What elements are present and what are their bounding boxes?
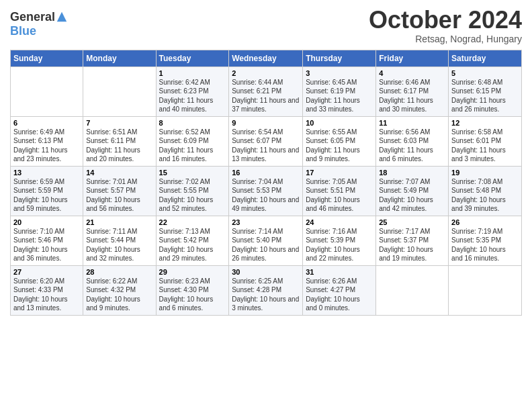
- calendar-cell: 2Sunrise: 6:44 AM Sunset: 6:21 PM Daylig…: [229, 66, 303, 116]
- calendar-cell: 16Sunrise: 7:04 AM Sunset: 5:53 PM Dayli…: [229, 166, 303, 216]
- day-number: 16: [232, 169, 300, 177]
- day-info: Sunrise: 6:25 AM Sunset: 4:28 PM Dayligh…: [232, 277, 300, 313]
- day-number: 13: [13, 169, 80, 177]
- day-number: 5: [451, 69, 519, 77]
- day-number: 14: [86, 169, 152, 177]
- day-number: 17: [306, 169, 373, 177]
- day-info: Sunrise: 6:56 AM Sunset: 6:03 PM Dayligh…: [379, 128, 445, 164]
- calendar-cell: 10Sunrise: 6:55 AM Sunset: 6:05 PM Dayli…: [303, 116, 376, 166]
- calendar-cell: 19Sunrise: 7:08 AM Sunset: 5:48 PM Dayli…: [449, 166, 522, 216]
- day-number: 20: [13, 218, 80, 226]
- calendar-cell: 30Sunrise: 6:25 AM Sunset: 4:28 PM Dayli…: [229, 265, 303, 315]
- day-info: Sunrise: 6:23 AM Sunset: 4:30 PM Dayligh…: [159, 277, 226, 313]
- day-info: Sunrise: 7:05 AM Sunset: 5:51 PM Dayligh…: [306, 177, 373, 214]
- day-number: 30: [232, 268, 300, 276]
- calendar-cell: 7Sunrise: 6:51 AM Sunset: 6:11 PM Daylig…: [83, 116, 156, 166]
- day-number: 22: [159, 218, 226, 226]
- calendar-cell: 13Sunrise: 6:59 AM Sunset: 5:59 PM Dayli…: [11, 166, 83, 216]
- calendar-cell: 5Sunrise: 6:48 AM Sunset: 6:15 PM Daylig…: [449, 66, 522, 116]
- calendar-cell: [376, 265, 449, 315]
- day-info: Sunrise: 6:59 AM Sunset: 5:59 PM Dayligh…: [13, 177, 80, 214]
- day-number: 27: [13, 268, 80, 276]
- location-subtitle: Retsag, Nograd, Hungary: [369, 34, 522, 44]
- calendar-cell: 24Sunrise: 7:16 AM Sunset: 5:39 PM Dayli…: [303, 216, 376, 265]
- day-info: Sunrise: 7:13 AM Sunset: 5:42 PM Dayligh…: [159, 227, 226, 263]
- day-number: 23: [232, 218, 300, 226]
- svg-marker-0: [57, 12, 66, 21]
- day-number: 9: [232, 119, 300, 127]
- day-number: 11: [379, 119, 445, 127]
- day-info: Sunrise: 6:20 AM Sunset: 4:33 PM Dayligh…: [13, 277, 80, 313]
- day-number: 8: [159, 119, 226, 127]
- week-row-2: 6Sunrise: 6:49 AM Sunset: 6:13 PM Daylig…: [11, 116, 522, 166]
- calendar-cell: 18Sunrise: 7:07 AM Sunset: 5:49 PM Dayli…: [376, 166, 449, 216]
- day-info: Sunrise: 6:46 AM Sunset: 6:17 PM Dayligh…: [379, 78, 445, 114]
- day-number: 25: [379, 218, 445, 226]
- day-info: Sunrise: 6:55 AM Sunset: 6:05 PM Dayligh…: [306, 128, 373, 164]
- calendar-cell: 14Sunrise: 7:01 AM Sunset: 5:57 PM Dayli…: [83, 166, 156, 216]
- calendar-cell: 11Sunrise: 6:56 AM Sunset: 6:03 PM Dayli…: [376, 116, 449, 166]
- day-info: Sunrise: 7:04 AM Sunset: 5:53 PM Dayligh…: [232, 177, 300, 214]
- page: General Blue October 2024 Retsag, Nograd…: [0, 0, 532, 411]
- day-info: Sunrise: 6:49 AM Sunset: 6:13 PM Dayligh…: [13, 128, 80, 164]
- col-tuesday: Tuesday: [156, 50, 229, 66]
- day-info: Sunrise: 6:22 AM Sunset: 4:32 PM Dayligh…: [86, 277, 152, 313]
- day-info: Sunrise: 6:51 AM Sunset: 6:11 PM Dayligh…: [86, 128, 152, 164]
- day-info: Sunrise: 6:45 AM Sunset: 6:19 PM Dayligh…: [306, 78, 373, 114]
- col-wednesday: Wednesday: [229, 50, 303, 66]
- day-number: 12: [451, 119, 519, 127]
- calendar-cell: 21Sunrise: 7:11 AM Sunset: 5:44 PM Dayli…: [83, 216, 156, 265]
- calendar-cell: [83, 66, 156, 116]
- calendar-cell: 6Sunrise: 6:49 AM Sunset: 6:13 PM Daylig…: [11, 116, 83, 166]
- calendar-cell: 12Sunrise: 6:58 AM Sunset: 6:01 PM Dayli…: [449, 116, 522, 166]
- calendar-cell: 26Sunrise: 7:19 AM Sunset: 5:35 PM Dayli…: [449, 216, 522, 265]
- day-number: 1: [159, 69, 226, 77]
- calendar-cell: [449, 265, 522, 315]
- col-saturday: Saturday: [449, 50, 522, 66]
- day-number: 26: [451, 218, 519, 226]
- logo-general: General: [10, 10, 55, 24]
- day-info: Sunrise: 6:26 AM Sunset: 4:27 PM Dayligh…: [306, 277, 373, 313]
- calendar-cell: 3Sunrise: 6:45 AM Sunset: 6:19 PM Daylig…: [303, 66, 376, 116]
- week-row-4: 20Sunrise: 7:10 AM Sunset: 5:46 PM Dayli…: [11, 216, 522, 265]
- col-friday: Friday: [376, 50, 449, 66]
- day-info: Sunrise: 7:19 AM Sunset: 5:35 PM Dayligh…: [451, 227, 519, 263]
- day-info: Sunrise: 7:11 AM Sunset: 5:44 PM Dayligh…: [86, 227, 152, 263]
- day-info: Sunrise: 6:58 AM Sunset: 6:01 PM Dayligh…: [451, 128, 519, 164]
- day-info: Sunrise: 7:01 AM Sunset: 5:57 PM Dayligh…: [86, 177, 152, 214]
- calendar-cell: 1Sunrise: 6:42 AM Sunset: 6:23 PM Daylig…: [156, 66, 229, 116]
- logo: General Blue: [10, 10, 69, 38]
- day-number: 6: [13, 119, 80, 127]
- day-number: 31: [306, 268, 373, 276]
- week-row-3: 13Sunrise: 6:59 AM Sunset: 5:59 PM Dayli…: [11, 166, 522, 216]
- calendar-cell: 9Sunrise: 6:54 AM Sunset: 6:07 PM Daylig…: [229, 116, 303, 166]
- calendar-cell: 15Sunrise: 7:02 AM Sunset: 5:55 PM Dayli…: [156, 166, 229, 216]
- day-info: Sunrise: 7:14 AM Sunset: 5:40 PM Dayligh…: [232, 227, 300, 263]
- day-info: Sunrise: 6:54 AM Sunset: 6:07 PM Dayligh…: [232, 128, 300, 164]
- calendar-cell: 28Sunrise: 6:22 AM Sunset: 4:32 PM Dayli…: [83, 265, 156, 315]
- day-info: Sunrise: 7:02 AM Sunset: 5:55 PM Dayligh…: [159, 177, 226, 214]
- week-row-1: 1Sunrise: 6:42 AM Sunset: 6:23 PM Daylig…: [11, 66, 522, 116]
- day-info: Sunrise: 7:10 AM Sunset: 5:46 PM Dayligh…: [13, 227, 80, 263]
- day-info: Sunrise: 7:17 AM Sunset: 5:37 PM Dayligh…: [379, 227, 445, 263]
- day-number: 18: [379, 169, 445, 177]
- calendar-cell: [11, 66, 83, 116]
- calendar-cell: 22Sunrise: 7:13 AM Sunset: 5:42 PM Dayli…: [156, 216, 229, 265]
- day-number: 15: [159, 169, 226, 177]
- calendar-cell: 4Sunrise: 6:46 AM Sunset: 6:17 PM Daylig…: [376, 66, 449, 116]
- calendar-cell: 29Sunrise: 6:23 AM Sunset: 4:30 PM Dayli…: [156, 265, 229, 315]
- day-number: 28: [86, 268, 152, 276]
- calendar-cell: 17Sunrise: 7:05 AM Sunset: 5:51 PM Dayli…: [303, 166, 376, 216]
- col-sunday: Sunday: [11, 50, 83, 66]
- day-number: 10: [306, 119, 373, 127]
- calendar-cell: 23Sunrise: 7:14 AM Sunset: 5:40 PM Dayli…: [229, 216, 303, 265]
- month-title: October 2024: [369, 7, 522, 34]
- calendar-cell: 25Sunrise: 7:17 AM Sunset: 5:37 PM Dayli…: [376, 216, 449, 265]
- calendar-cell: 8Sunrise: 6:52 AM Sunset: 6:09 PM Daylig…: [156, 116, 229, 166]
- day-number: 19: [451, 169, 519, 177]
- day-number: 29: [159, 268, 226, 276]
- calendar-table: Sunday Monday Tuesday Wednesday Thursday…: [10, 50, 522, 316]
- col-thursday: Thursday: [303, 50, 376, 66]
- calendar-cell: 31Sunrise: 6:26 AM Sunset: 4:27 PM Dayli…: [303, 265, 376, 315]
- calendar-cell: 20Sunrise: 7:10 AM Sunset: 5:46 PM Dayli…: [11, 216, 83, 265]
